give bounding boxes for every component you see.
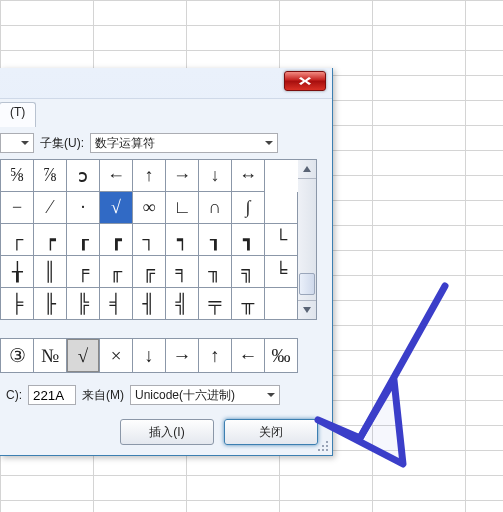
symbol-cell[interactable]: ∟ (166, 192, 199, 224)
symbol-cell[interactable]: ╤ (199, 288, 232, 320)
symbol-cell[interactable]: ╞ (1, 288, 34, 320)
symbol-cell[interactable]: ┎ (67, 224, 100, 256)
recent-symbol-cell[interactable]: ③ (1, 339, 34, 373)
symbol-cell[interactable]: ╢ (133, 288, 166, 320)
symbol-cell[interactable]: ← (100, 160, 133, 192)
charcode-label: C): (0, 388, 28, 402)
symbol-cell[interactable]: ┌ (1, 224, 34, 256)
svg-point-0 (326, 441, 328, 443)
chevron-down-icon (16, 134, 33, 152)
recent-symbol-cell[interactable]: № (34, 339, 67, 373)
symbol-cell[interactable]: ↑ (133, 160, 166, 192)
recent-symbol-cell[interactable]: → (166, 339, 199, 373)
symbol-cell[interactable]: ╁ (1, 256, 34, 288)
dialog-titlebar[interactable] (0, 68, 332, 98)
symbol-cell[interactable]: ⅞ (34, 160, 67, 192)
symbol-cell[interactable]: ↓ (199, 160, 232, 192)
scroll-down-button[interactable] (298, 300, 316, 319)
recent-symbol-cell[interactable]: ← (232, 339, 265, 373)
recent-symbol-cell[interactable]: ↑ (199, 339, 232, 373)
recent-symbol-cell[interactable]: ↓ (133, 339, 166, 373)
recent-symbol-cell[interactable]: √ (67, 339, 100, 373)
resize-grip[interactable] (317, 440, 329, 452)
symbol-cell[interactable]: ╗ (232, 256, 265, 288)
symbol-cell[interactable]: └ (265, 224, 298, 256)
insert-button[interactable]: 插入(I) (120, 419, 214, 445)
chevron-down-icon (303, 307, 311, 313)
symbol-cell[interactable]: √ (100, 192, 133, 224)
symbol-cell[interactable]: ╕ (166, 256, 199, 288)
window-close-button[interactable] (284, 71, 326, 91)
resize-grip-icon (317, 440, 329, 452)
symbol-cell[interactable]: ╟ (34, 288, 67, 320)
symbol-dialog: (T) 子集(U): 数字运算符 ⅝⅞ɔ←↑→↓↔−∕∙√∞∟∩∫┌┍┎┏┐┑┒… (0, 68, 333, 456)
encoding-dropdown[interactable]: Unicode(十六进制) (130, 385, 280, 405)
symbol-cell[interactable]: ∙ (67, 192, 100, 224)
symbol-grid: ⅝⅞ɔ←↑→↓↔−∕∙√∞∟∩∫┌┍┎┏┐┑┒┓└╁║╒╓╔╕╖╗╘╞╟╠╡╢╣… (0, 159, 298, 320)
svg-point-4 (322, 449, 324, 451)
scroll-thumb[interactable] (299, 273, 315, 295)
symbol-cell[interactable]: ┏ (100, 224, 133, 256)
scroll-track[interactable] (298, 179, 316, 300)
symbol-cell[interactable]: ╓ (100, 256, 133, 288)
font-dropdown[interactable] (0, 133, 34, 153)
symbol-cell[interactable]: ┑ (166, 224, 199, 256)
symbol-cell[interactable]: ╔ (133, 256, 166, 288)
close-icon (298, 76, 312, 86)
symbol-cell[interactable]: ┍ (34, 224, 67, 256)
encoding-value: Unicode(十六进制) (131, 387, 262, 404)
symbol-cell[interactable]: ┐ (133, 224, 166, 256)
grid-scrollbar[interactable] (298, 159, 317, 320)
symbol-cell[interactable]: ∕ (34, 192, 67, 224)
svg-point-3 (318, 449, 320, 451)
symbol-cell[interactable]: ║ (34, 256, 67, 288)
symbol-cell[interactable]: ╣ (166, 288, 199, 320)
symbol-cell[interactable]: → (166, 160, 199, 192)
symbol-cell[interactable]: ∩ (199, 192, 232, 224)
recent-symbols: ③№√×↓→↑←‰ (0, 338, 324, 373)
chevron-up-icon (303, 166, 311, 172)
subset-label: 子集(U): (34, 135, 90, 152)
symbol-cell[interactable]: ╥ (232, 288, 265, 320)
close-button[interactable]: 关闭 (224, 419, 318, 445)
symbol-cell[interactable]: ∫ (232, 192, 265, 224)
symbol-cell[interactable]: ɔ (67, 160, 100, 192)
close-button-label: 关闭 (259, 424, 283, 441)
symbol-cell[interactable]: ╡ (100, 288, 133, 320)
tab-label: (T) (10, 105, 25, 119)
tab-special-chars[interactable]: (T) (0, 102, 36, 127)
recent-symbol-cell[interactable]: ‰ (265, 339, 298, 373)
symbol-cell[interactable]: ╘ (265, 256, 298, 288)
svg-point-1 (322, 445, 324, 447)
insert-button-label: 插入(I) (149, 424, 184, 441)
symbol-cell[interactable]: ╖ (199, 256, 232, 288)
svg-point-2 (326, 445, 328, 447)
charcode-input[interactable] (28, 385, 76, 405)
symbol-cell[interactable]: ↔ (232, 160, 265, 192)
symbol-cell[interactable]: ╠ (67, 288, 100, 320)
recent-symbol-cell[interactable]: × (100, 339, 133, 373)
subset-dropdown[interactable]: 数字运算符 (90, 133, 278, 153)
symbol-cell[interactable]: ∞ (133, 192, 166, 224)
symbol-cell[interactable] (265, 288, 298, 320)
symbol-cell[interactable] (265, 192, 298, 224)
symbol-cell[interactable]: ⅝ (1, 160, 34, 192)
svg-point-5 (326, 449, 328, 451)
subset-value: 数字运算符 (91, 135, 260, 152)
chevron-down-icon (260, 134, 277, 152)
filter-row: 子集(U): 数字运算符 (0, 131, 324, 155)
symbol-cell[interactable]: ╒ (67, 256, 100, 288)
symbol-cell[interactable]: ┒ (199, 224, 232, 256)
symbol-cell[interactable]: − (1, 192, 34, 224)
from-label: 来自(M) (76, 387, 130, 404)
symbol-cell[interactable]: ┓ (232, 224, 265, 256)
scroll-up-button[interactable] (298, 160, 316, 179)
chevron-down-icon (262, 386, 279, 404)
symbol-cell[interactable] (265, 160, 298, 192)
